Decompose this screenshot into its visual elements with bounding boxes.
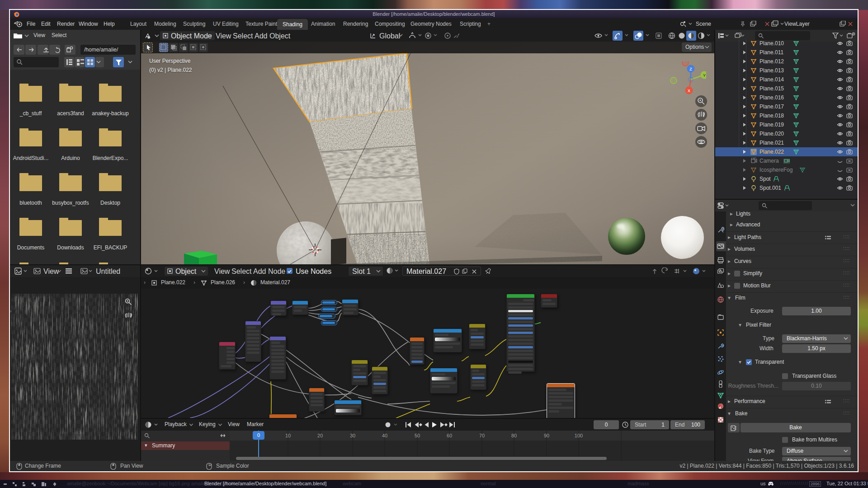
svg-text:X: X: [688, 89, 690, 93]
svg-text:40: 40: [382, 433, 387, 438]
svg-text:10: 10: [285, 433, 291, 438]
svg-text:Z: Z: [689, 67, 692, 71]
svg-text:100: 100: [575, 433, 583, 438]
svg-text:20: 20: [317, 433, 323, 438]
svg-text:80: 80: [511, 433, 517, 438]
svg-text:70: 70: [479, 433, 485, 438]
svg-text:Y: Y: [703, 73, 706, 78]
svg-text:60: 60: [447, 433, 452, 438]
svg-text:90: 90: [544, 433, 549, 438]
svg-text:30: 30: [350, 433, 355, 438]
svg-text:50: 50: [415, 433, 420, 438]
